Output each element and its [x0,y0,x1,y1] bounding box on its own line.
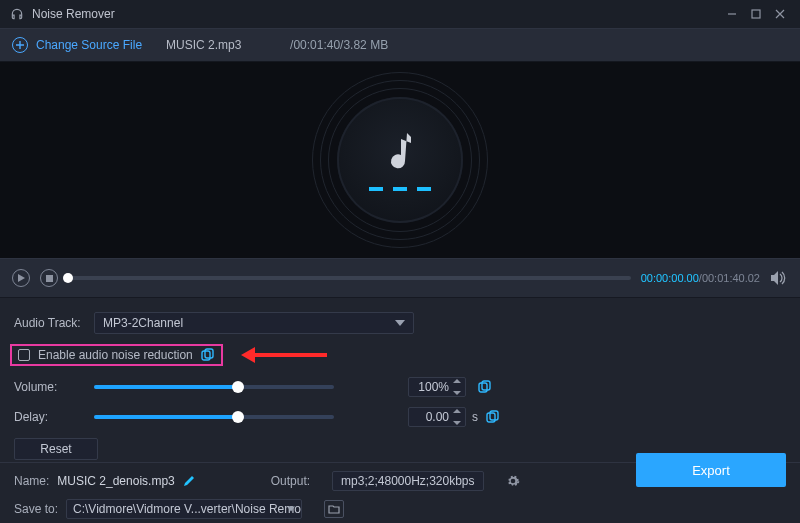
open-folder-button[interactable] [324,500,344,518]
equalizer-bars-icon [369,187,431,191]
noise-reduction-label: Enable audio noise reduction [38,348,193,362]
volume-label: Volume: [14,380,94,394]
volume-apply-all-icon[interactable] [478,380,492,394]
volume-icon[interactable] [770,269,788,287]
delay-slider-thumb[interactable] [232,411,244,423]
save-path-select[interactable]: C:\Vidmore\Vidmore V...verter\Noise Remo… [66,499,302,519]
timecode-total: 00:01:40.02 [702,272,760,284]
minimize-button[interactable] [720,4,744,24]
delay-slider[interactable] [94,415,334,419]
volume-step-down[interactable] [453,391,461,395]
window-title: Noise Remover [32,7,115,21]
maximize-button[interactable] [744,4,768,24]
svg-rect-0 [752,10,760,18]
title-bar: Noise Remover [0,0,800,28]
delay-unit: s [472,410,478,424]
change-source-label: Change Source File [36,38,142,52]
change-source-button[interactable]: Change Source File [12,37,142,53]
output-format-label: Output: [271,474,310,488]
output-settings-button[interactable] [506,474,520,488]
timecode: 00:00:00.00/00:01:40.02 [641,272,760,284]
output-format-box: mp3;2;48000Hz;320kbps [332,471,483,491]
svg-rect-1 [46,275,53,282]
delay-step-down[interactable] [453,421,461,425]
noise-reduction-row: Enable audio noise reduction [14,338,786,372]
stop-button[interactable] [40,269,58,287]
delay-row: Delay: 0.00 s [14,402,786,432]
export-button[interactable]: Export [636,453,786,487]
volume-step-up[interactable] [453,379,461,383]
edit-name-icon[interactable] [183,475,195,487]
volume-row: Volume: 100% [14,372,786,402]
app-logo-icon [10,7,24,21]
play-button[interactable] [12,269,30,287]
chevron-down-icon [395,320,405,326]
audio-track-value: MP3-2Channel [103,316,183,330]
settings-panel: Audio Track: MP3-2Channel Enable audio n… [0,298,800,462]
annotation-arrow [251,353,327,357]
delay-apply-all-icon[interactable] [486,410,500,424]
audio-track-select[interactable]: MP3-2Channel [94,312,414,334]
source-filename: MUSIC 2.mp3 [166,38,266,52]
seek-slider[interactable] [68,276,631,280]
audio-track-row: Audio Track: MP3-2Channel [14,308,786,338]
source-bar: Change Source File MUSIC 2.mp3 /00:01:40… [0,28,800,62]
chevron-down-icon [287,507,295,512]
output-name-label: Name: [14,474,49,488]
source-duration-size: /00:01:40/3.82 MB [290,38,388,52]
save-to-label: Save to: [14,502,58,516]
close-button[interactable] [768,4,792,24]
timecode-current: 00:00:00.00 [641,272,699,284]
plus-icon [12,37,28,53]
noise-reduction-checkbox[interactable] [18,349,30,361]
playback-bar: 00:00:00.00/00:01:40.02 [0,258,800,298]
audio-track-label: Audio Track: [14,316,94,330]
volume-value-input[interactable]: 100% [408,377,466,397]
audio-visualizer [312,72,488,248]
output-name-value: MUSIC 2_denois.mp3 [57,474,174,488]
delay-label: Delay: [14,410,94,424]
volume-slider[interactable] [94,385,334,389]
apply-all-icon[interactable] [201,348,215,362]
delay-step-up[interactable] [453,409,461,413]
delay-value-input[interactable]: 0.00 [408,407,466,427]
reset-button[interactable]: Reset [14,438,98,460]
volume-slider-thumb[interactable] [232,381,244,393]
seek-thumb[interactable] [63,273,73,283]
preview-area [0,62,800,258]
noise-reduction-highlight: Enable audio noise reduction [10,344,223,366]
